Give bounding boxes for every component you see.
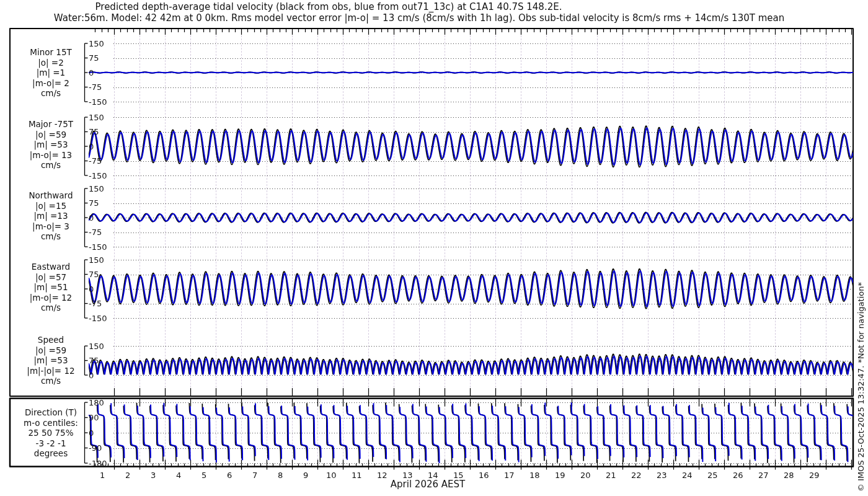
xtick-day-5: 5 <box>202 471 206 480</box>
xtick-day-27: 27 <box>758 471 769 480</box>
xtick-day-22: 22 <box>631 471 642 480</box>
ytick-northward-75: 75 <box>89 198 99 208</box>
panel-label-line: Northward <box>10 190 92 201</box>
xtick-day-12: 12 <box>377 471 388 480</box>
x-axis-title: April 2026 AEST <box>391 479 465 490</box>
xtick-day-19: 19 <box>555 471 565 480</box>
panel-label-line: |m| =13 <box>10 211 92 221</box>
ytick-eastward-0: 0 <box>89 285 94 294</box>
panel-label-line: Minor 15T <box>10 47 92 58</box>
panel-label-line: cm/s <box>10 160 92 170</box>
ytick-northward-0: 0 <box>89 213 94 223</box>
xtick-day-17: 17 <box>504 471 515 480</box>
panel-label-line: |m|-|o|= 12 <box>10 366 92 376</box>
ytick-northward--75: -75 <box>89 228 102 237</box>
chart-canvas <box>0 0 868 496</box>
xtick-day-3: 3 <box>151 471 156 480</box>
xtick-day-28: 28 <box>784 471 794 480</box>
ytick-eastward--150: -150 <box>89 314 107 323</box>
ytick-direction--180: -180 <box>89 459 107 468</box>
panel-label-line: |m| =1 <box>10 68 92 78</box>
panel-label-line: Major -75T <box>10 119 92 130</box>
xtick-day-18: 18 <box>529 471 540 480</box>
panel-label-line: |m| =53 <box>10 355 92 366</box>
ytick-major--150: -150 <box>89 171 107 180</box>
ytick-northward-150: 150 <box>89 184 104 193</box>
xtick-day-9: 9 <box>303 471 308 480</box>
panel-label-speed: Speed|o| =59|m| =53|m|-|o|= 12cm/s <box>10 335 92 386</box>
chart-title-line1: Predicted depth-average tidal velocity (… <box>95 1 562 12</box>
ytick-speed-75: 75 <box>89 356 99 365</box>
panel-label-northward: Northward|o| =15|m| =13|m-o|= 3cm/s <box>10 190 92 242</box>
ytick-major-150: 150 <box>89 113 104 122</box>
panel-label-line: cm/s <box>10 303 92 313</box>
ytick-minor--75: -75 <box>89 82 102 92</box>
ytick-minor-75: 75 <box>89 53 99 63</box>
panel-label-line: |o| =2 <box>10 58 92 68</box>
ytick-direction--90: -90 <box>89 443 102 453</box>
ytick-direction-0: 0 <box>89 428 94 438</box>
xtick-day-2: 2 <box>125 471 130 480</box>
panel-label-line: Direction (T) <box>10 407 92 418</box>
ytick-minor-150: 150 <box>89 39 104 48</box>
panel-label-line: |m-o|= 13 <box>10 150 92 161</box>
panel-label-line: |m-o|= 2 <box>10 78 92 89</box>
ytick-northward--150: -150 <box>89 242 107 252</box>
panel-label-line: Speed <box>10 335 92 345</box>
panel-label-line: |m| =51 <box>10 282 92 293</box>
panel-label-line: Eastward <box>10 262 92 272</box>
panel-label-line: |m-o|= 12 <box>10 293 92 303</box>
panel-label-line: |o| =59 <box>10 130 92 140</box>
panel-label-line: |m-o|= 3 <box>10 221 92 232</box>
panel-label-line: -3 -2 -1 <box>10 438 92 449</box>
panel-label-major: Major -75T|o| =59|m| =53|m-o|= 13cm/s <box>10 119 92 170</box>
xtick-day-25: 25 <box>707 471 718 480</box>
xtick-day-29: 29 <box>809 471 820 480</box>
xtick-day-4: 4 <box>176 471 181 480</box>
panel-label-line: 25 50 75% <box>10 428 92 438</box>
panel-label-minor: Minor 15T|o| =2|m| =1|m-o|= 2cm/s <box>10 47 92 99</box>
panel-label-line: cm/s <box>10 376 92 386</box>
xtick-day-8: 8 <box>278 471 283 480</box>
panel-label-line: cm/s <box>10 231 92 242</box>
ytick-major-75: 75 <box>89 127 99 136</box>
xtick-day-11: 11 <box>352 471 362 480</box>
xtick-day-7: 7 <box>252 471 257 480</box>
ytick-minor-0: 0 <box>89 68 94 78</box>
ytick-speed-150: 150 <box>89 342 104 351</box>
xtick-day-21: 21 <box>606 471 616 480</box>
ytick-minor--150: -150 <box>89 97 107 107</box>
panel-label-direction: Direction (T)m-o centiles:25 50 75%-3 -2… <box>10 407 92 459</box>
panel-label-line: |o| =59 <box>10 345 92 356</box>
panel-label-line: |m| =53 <box>10 140 92 150</box>
panel-label-line: m-o centiles: <box>10 418 92 428</box>
xtick-day-6: 6 <box>227 471 232 480</box>
ytick-direction-180: 180 <box>89 398 104 407</box>
imos-watermark: © IMOS 25-Oct-2025 13:32:47. *Not for na… <box>856 282 866 492</box>
ytick-eastward-150: 150 <box>89 255 104 265</box>
ytick-eastward-75: 75 <box>89 270 99 279</box>
ytick-major--75: -75 <box>89 156 102 166</box>
xtick-day-20: 20 <box>580 471 591 480</box>
xtick-day-24: 24 <box>682 471 693 480</box>
ytick-eastward--75: -75 <box>89 299 102 308</box>
panel-label-line: cm/s <box>10 88 92 99</box>
ytick-direction-90: 90 <box>89 413 99 422</box>
ytick-major-0: 0 <box>89 142 94 151</box>
xtick-day-23: 23 <box>657 471 667 480</box>
xtick-day-1: 1 <box>100 471 105 480</box>
panel-label-eastward: Eastward|o| =57|m| =51|m-o|= 12cm/s <box>10 262 92 313</box>
panel-label-line: degrees <box>10 448 92 459</box>
xtick-day-16: 16 <box>479 471 489 480</box>
xtick-day-10: 10 <box>326 471 337 480</box>
panel-label-line: |o| =15 <box>10 201 92 211</box>
xtick-day-26: 26 <box>733 471 743 480</box>
tidal-velocity-figure: Predicted depth-average tidal velocity (… <box>0 0 868 496</box>
panel-label-line: |o| =57 <box>10 272 92 283</box>
ytick-speed-0: 0 <box>89 371 94 380</box>
chart-title-line2: Water:56m. Model: 42 42m at 0 0km. Rms m… <box>54 12 784 24</box>
